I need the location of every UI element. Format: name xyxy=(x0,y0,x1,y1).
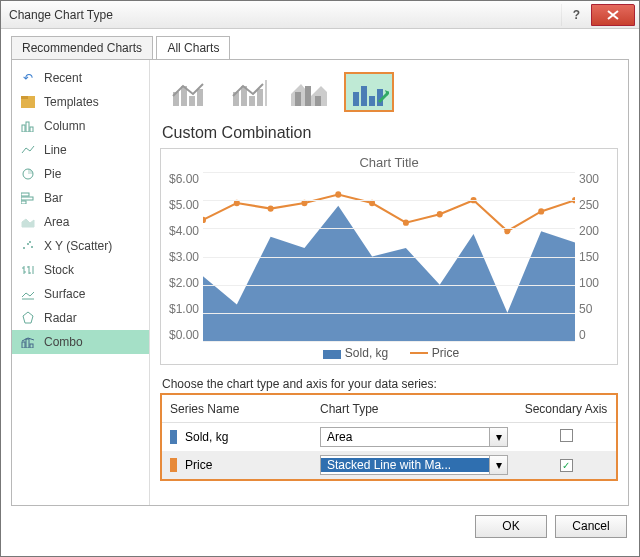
combo-thumb-icon xyxy=(349,76,389,108)
legend-label-price: Price xyxy=(432,346,459,360)
combo-subtype-1[interactable] xyxy=(164,72,214,112)
series-grid-header: Series Name Chart Type Secondary Axis xyxy=(162,395,616,423)
svg-point-12 xyxy=(29,241,31,243)
subtype-thumbnails xyxy=(160,70,618,122)
combo-subtype-2[interactable] xyxy=(224,72,274,112)
chart-preview: Chart Title $6.00$5.00$4.00$3.00$2.00$1.… xyxy=(160,148,618,365)
svg-point-42 xyxy=(403,220,409,226)
sidebar-item-bar[interactable]: Bar xyxy=(12,186,149,210)
sidebar-item-stock[interactable]: Stock xyxy=(12,258,149,282)
svg-point-46 xyxy=(538,208,544,214)
sidebar-item-line[interactable]: Line xyxy=(12,138,149,162)
series-name-label: Sold, kg xyxy=(185,430,228,444)
line-icon xyxy=(20,142,36,158)
svg-rect-20 xyxy=(197,89,203,106)
chart-title: Chart Title xyxy=(169,155,609,170)
chart-type-dropdown[interactable]: Stacked Line with Ma... ▾ xyxy=(320,455,508,475)
sidebar-item-label: Templates xyxy=(44,95,99,109)
combo-thumb-icon xyxy=(229,76,269,108)
svg-rect-30 xyxy=(315,96,321,106)
sidebar-item-templates[interactable]: Templates xyxy=(12,90,149,114)
y-axis-right: 300250200150100500 xyxy=(575,172,609,342)
series-row: Price Stacked Line with Ma... ▾ xyxy=(162,451,616,479)
section-title: Custom Combination xyxy=(162,124,618,142)
recent-icon: ↶ xyxy=(20,70,36,86)
combo-subtype-custom[interactable] xyxy=(344,72,394,112)
cancel-button[interactable]: Cancel xyxy=(555,515,627,538)
chart-plot: $6.00$5.00$4.00$3.00$2.00$1.00$0.00 3002… xyxy=(169,172,609,342)
chart-type-value: Area xyxy=(321,430,489,444)
column-icon xyxy=(20,118,36,134)
combo-thumb-icon xyxy=(289,76,329,108)
titlebar: Change Chart Type ? xyxy=(1,1,639,29)
tab-all-charts[interactable]: All Charts xyxy=(156,36,230,59)
sidebar-item-column[interactable]: Column xyxy=(12,114,149,138)
sidebar-item-label: Line xyxy=(44,143,67,157)
svg-rect-8 xyxy=(21,201,26,204)
legend-swatch-line xyxy=(410,352,428,354)
sidebar-item-label: X Y (Scatter) xyxy=(44,239,112,253)
svg-rect-2 xyxy=(22,125,25,132)
sidebar-item-scatter[interactable]: X Y (Scatter) xyxy=(12,234,149,258)
tabstrip: Recommended Charts All Charts xyxy=(11,35,629,59)
series-swatch xyxy=(170,430,177,444)
help-button[interactable]: ? xyxy=(561,4,591,26)
bar-icon xyxy=(20,190,36,206)
window-title: Change Chart Type xyxy=(9,8,561,22)
svg-point-38 xyxy=(268,205,274,211)
sidebar-item-recent[interactable]: ↶Recent xyxy=(12,66,149,90)
ok-button[interactable]: OK xyxy=(475,515,547,538)
sidebar-item-label: Bar xyxy=(44,191,63,205)
secondary-axis-checkbox[interactable] xyxy=(560,459,573,472)
tab-recommended[interactable]: Recommended Charts xyxy=(11,36,153,59)
dialog-footer: OK Cancel xyxy=(11,506,629,546)
svg-point-43 xyxy=(437,211,443,217)
svg-point-9 xyxy=(23,247,25,249)
combo-icon xyxy=(20,334,36,350)
plot-area xyxy=(203,172,575,342)
svg-rect-15 xyxy=(30,344,33,348)
area-icon xyxy=(20,214,36,230)
change-chart-type-dialog: Change Chart Type ? Recommended Charts A… xyxy=(0,0,640,557)
sidebar-item-pie[interactable]: Pie xyxy=(12,162,149,186)
sidebar-item-label: Surface xyxy=(44,287,85,301)
sidebar-item-label: Stock xyxy=(44,263,74,277)
svg-rect-25 xyxy=(257,89,263,106)
chart-type-dropdown[interactable]: Area ▾ xyxy=(320,427,508,447)
sidebar-item-area[interactable]: Area xyxy=(12,210,149,234)
combo-thumb-icon xyxy=(169,76,209,108)
sidebar-item-surface[interactable]: Surface xyxy=(12,282,149,306)
svg-rect-33 xyxy=(361,86,367,106)
svg-rect-4 xyxy=(30,127,33,132)
svg-rect-14 xyxy=(26,339,29,348)
window-buttons: ? xyxy=(561,4,635,26)
sidebar-item-radar[interactable]: Radar xyxy=(12,306,149,330)
legend-swatch-area xyxy=(323,350,341,359)
close-button[interactable] xyxy=(591,4,635,26)
combo-subtype-3[interactable] xyxy=(284,72,334,112)
radar-icon xyxy=(20,310,36,326)
series-row: Sold, kg Area ▾ xyxy=(162,423,616,451)
chart-type-value: Stacked Line with Ma... xyxy=(321,458,489,472)
sidebar-item-label: Combo xyxy=(44,335,83,349)
content-pane: Custom Combination Chart Title $6.00$5.0… xyxy=(150,60,628,505)
scatter-icon xyxy=(20,238,36,254)
series-swatch xyxy=(170,458,177,472)
svg-rect-29 xyxy=(305,86,311,106)
svg-rect-6 xyxy=(21,193,29,196)
series-name-cell: Sold, kg xyxy=(162,430,312,444)
col-header-axis: Secondary Axis xyxy=(516,402,616,416)
sidebar-item-label: Recent xyxy=(44,71,82,85)
tab-content: ↶Recent Templates Column Line Pie Bar Ar… xyxy=(11,59,629,506)
svg-rect-19 xyxy=(189,96,195,106)
svg-point-11 xyxy=(31,246,33,248)
svg-rect-28 xyxy=(295,92,301,106)
templates-icon xyxy=(20,94,36,110)
stock-icon xyxy=(20,262,36,278)
chevron-down-icon: ▾ xyxy=(489,456,507,474)
col-header-type: Chart Type xyxy=(312,402,516,416)
sidebar-item-combo[interactable]: Combo xyxy=(12,330,149,354)
col-header-name: Series Name xyxy=(162,402,312,416)
secondary-axis-checkbox[interactable] xyxy=(560,429,573,442)
svg-rect-34 xyxy=(369,96,375,106)
